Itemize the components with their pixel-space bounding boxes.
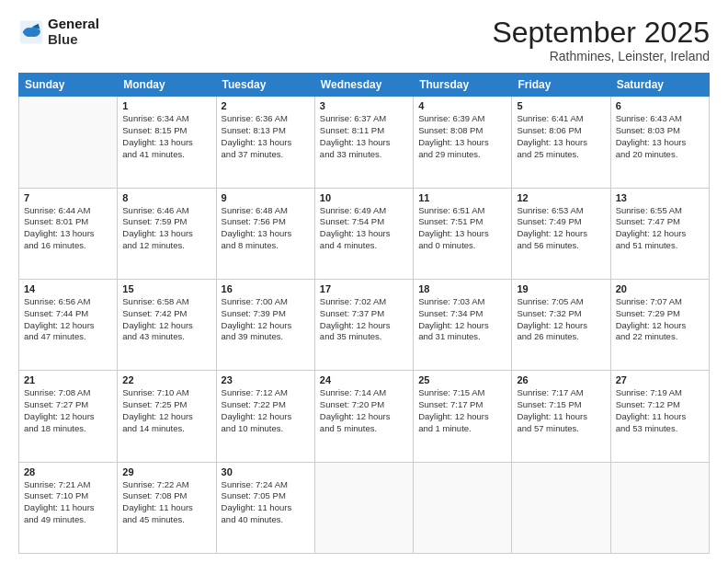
day-number: 14 <box>24 283 112 294</box>
calendar-cell: 28Sunrise: 7:21 AMSunset: 7:10 PMDayligh… <box>19 462 118 553</box>
calendar-cell: 3Sunrise: 6:37 AMSunset: 8:11 PMDaylight… <box>314 97 413 188</box>
day-info: Sunrise: 7:10 AMSunset: 7:25 PMDaylight:… <box>122 387 210 434</box>
calendar-cell: 10Sunrise: 6:49 AMSunset: 7:54 PMDayligh… <box>314 188 413 279</box>
day-number: 9 <box>222 192 310 203</box>
day-info: Sunrise: 7:07 AMSunset: 7:29 PMDaylight:… <box>616 296 704 343</box>
day-number: 22 <box>122 374 210 385</box>
calendar-cell: 8Sunrise: 6:46 AMSunset: 7:59 PMDaylight… <box>118 188 216 279</box>
calendar-cell: 21Sunrise: 7:08 AMSunset: 7:27 PMDayligh… <box>19 371 118 462</box>
calendar-cell: 25Sunrise: 7:15 AMSunset: 7:17 PMDayligh… <box>414 371 512 462</box>
day-info: Sunrise: 6:48 AMSunset: 7:56 PMDaylight:… <box>222 205 310 252</box>
calendar-cell: 13Sunrise: 6:55 AMSunset: 7:47 PMDayligh… <box>610 188 709 279</box>
calendar-cell: 9Sunrise: 6:48 AMSunset: 7:56 PMDaylight… <box>216 188 314 279</box>
day-info: Sunrise: 7:05 AMSunset: 7:32 PMDaylight:… <box>517 296 605 343</box>
day-number: 20 <box>616 283 704 294</box>
calendar-cell: 23Sunrise: 7:12 AMSunset: 7:22 PMDayligh… <box>216 371 314 462</box>
calendar-cell: 27Sunrise: 7:19 AMSunset: 7:12 PMDayligh… <box>610 371 709 462</box>
calendar-cell: 16Sunrise: 7:00 AMSunset: 7:39 PMDayligh… <box>216 279 314 370</box>
logo-icon <box>18 19 44 45</box>
day-number: 3 <box>320 100 408 111</box>
day-number: 17 <box>320 283 408 294</box>
day-info: Sunrise: 7:21 AMSunset: 7:10 PMDaylight:… <box>24 479 112 526</box>
calendar-cell: 1Sunrise: 6:34 AMSunset: 8:15 PMDaylight… <box>118 97 216 188</box>
day-number: 28 <box>24 466 112 477</box>
subtitle: Rathmines, Leinster, Ireland <box>492 49 710 63</box>
day-info: Sunrise: 6:56 AMSunset: 7:44 PMDaylight:… <box>24 296 112 343</box>
calendar-cell <box>314 462 413 553</box>
logo: General Blue <box>18 17 99 47</box>
calendar-cell: 11Sunrise: 6:51 AMSunset: 7:51 PMDayligh… <box>414 188 512 279</box>
calendar-cell: 15Sunrise: 6:58 AMSunset: 7:42 PMDayligh… <box>118 279 216 370</box>
header-sunday: Sunday <box>19 74 118 97</box>
day-info: Sunrise: 6:55 AMSunset: 7:47 PMDaylight:… <box>616 205 704 252</box>
day-info: Sunrise: 6:43 AMSunset: 8:03 PMDaylight:… <box>616 113 704 160</box>
day-number: 6 <box>616 100 704 111</box>
day-number: 7 <box>24 192 112 203</box>
day-info: Sunrise: 6:36 AMSunset: 8:13 PMDaylight:… <box>222 113 310 160</box>
day-number: 23 <box>222 374 310 385</box>
calendar-cell: 24Sunrise: 7:14 AMSunset: 7:20 PMDayligh… <box>314 371 413 462</box>
day-info: Sunrise: 6:44 AMSunset: 8:01 PMDaylight:… <box>24 205 112 252</box>
calendar-cell: 7Sunrise: 6:44 AMSunset: 8:01 PMDaylight… <box>19 188 118 279</box>
header-thursday: Thursday <box>414 74 512 97</box>
day-number: 4 <box>418 100 506 111</box>
calendar-cell: 17Sunrise: 7:02 AMSunset: 7:37 PMDayligh… <box>314 279 413 370</box>
header-tuesday: Tuesday <box>216 74 314 97</box>
day-number: 29 <box>122 466 210 477</box>
day-number: 26 <box>517 374 605 385</box>
day-number: 19 <box>517 283 605 294</box>
calendar-cell: 29Sunrise: 7:22 AMSunset: 7:08 PMDayligh… <box>118 462 216 553</box>
calendar-cell <box>19 97 118 188</box>
calendar-header-row: SundayMondayTuesdayWednesdayThursdayFrid… <box>19 74 710 97</box>
day-number: 12 <box>517 192 605 203</box>
day-number: 5 <box>517 100 605 111</box>
day-number: 16 <box>222 283 310 294</box>
day-number: 1 <box>122 100 210 111</box>
day-number: 13 <box>616 192 704 203</box>
calendar-cell <box>414 462 512 553</box>
day-number: 25 <box>418 374 506 385</box>
calendar-cell: 5Sunrise: 6:41 AMSunset: 8:06 PMDaylight… <box>512 97 610 188</box>
calendar-cell: 12Sunrise: 6:53 AMSunset: 7:49 PMDayligh… <box>512 188 610 279</box>
day-info: Sunrise: 7:24 AMSunset: 7:05 PMDaylight:… <box>222 479 310 526</box>
calendar-cell: 2Sunrise: 6:36 AMSunset: 8:13 PMDaylight… <box>216 97 314 188</box>
day-info: Sunrise: 7:22 AMSunset: 7:08 PMDaylight:… <box>122 479 210 526</box>
calendar-cell: 6Sunrise: 6:43 AMSunset: 8:03 PMDaylight… <box>610 97 709 188</box>
day-info: Sunrise: 7:03 AMSunset: 7:34 PMDaylight:… <box>418 296 506 343</box>
day-number: 11 <box>418 192 506 203</box>
day-number: 27 <box>616 374 704 385</box>
day-number: 24 <box>320 374 408 385</box>
calendar-cell: 30Sunrise: 7:24 AMSunset: 7:05 PMDayligh… <box>216 462 314 553</box>
day-info: Sunrise: 6:46 AMSunset: 7:59 PMDaylight:… <box>122 205 210 252</box>
day-info: Sunrise: 7:19 AMSunset: 7:12 PMDaylight:… <box>616 387 704 434</box>
title-block: September 2025 Rathmines, Leinster, Irel… <box>492 17 710 63</box>
day-info: Sunrise: 7:08 AMSunset: 7:27 PMDaylight:… <box>24 387 112 434</box>
calendar-cell <box>610 462 709 553</box>
day-info: Sunrise: 6:39 AMSunset: 8:08 PMDaylight:… <box>418 113 506 160</box>
day-info: Sunrise: 7:02 AMSunset: 7:37 PMDaylight:… <box>320 296 408 343</box>
calendar-cell: 14Sunrise: 6:56 AMSunset: 7:44 PMDayligh… <box>19 279 118 370</box>
day-info: Sunrise: 6:58 AMSunset: 7:42 PMDaylight:… <box>122 296 210 343</box>
logo-text: General Blue <box>48 17 99 47</box>
calendar-cell: 22Sunrise: 7:10 AMSunset: 7:25 PMDayligh… <box>118 371 216 462</box>
calendar-cell: 4Sunrise: 6:39 AMSunset: 8:08 PMDaylight… <box>414 97 512 188</box>
day-info: Sunrise: 6:41 AMSunset: 8:06 PMDaylight:… <box>517 113 605 160</box>
day-number: 8 <box>122 192 210 203</box>
header-friday: Friday <box>512 74 610 97</box>
page-header: General Blue September 2025 Rathmines, L… <box>18 17 710 63</box>
day-number: 15 <box>122 283 210 294</box>
header-saturday: Saturday <box>610 74 709 97</box>
day-info: Sunrise: 7:14 AMSunset: 7:20 PMDaylight:… <box>320 387 408 434</box>
day-number: 21 <box>24 374 112 385</box>
calendar-cell: 26Sunrise: 7:17 AMSunset: 7:15 PMDayligh… <box>512 371 610 462</box>
day-info: Sunrise: 7:00 AMSunset: 7:39 PMDaylight:… <box>222 296 310 343</box>
day-number: 30 <box>222 466 310 477</box>
day-number: 18 <box>418 283 506 294</box>
day-info: Sunrise: 6:51 AMSunset: 7:51 PMDaylight:… <box>418 205 506 252</box>
day-info: Sunrise: 6:34 AMSunset: 8:15 PMDaylight:… <box>122 113 210 160</box>
day-info: Sunrise: 7:15 AMSunset: 7:17 PMDaylight:… <box>418 387 506 434</box>
day-info: Sunrise: 7:12 AMSunset: 7:22 PMDaylight:… <box>222 387 310 434</box>
calendar-cell: 20Sunrise: 7:07 AMSunset: 7:29 PMDayligh… <box>610 279 709 370</box>
calendar-table: SundayMondayTuesdayWednesdayThursdayFrid… <box>18 73 710 554</box>
header-wednesday: Wednesday <box>314 74 413 97</box>
